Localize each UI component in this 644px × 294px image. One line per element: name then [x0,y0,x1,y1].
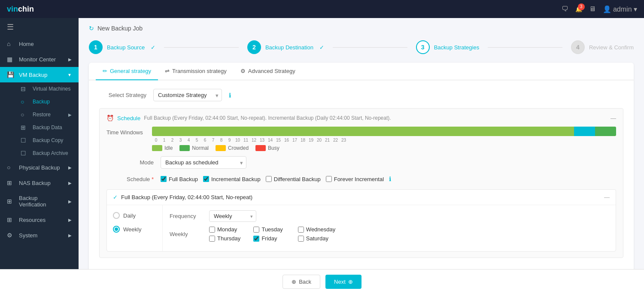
frequency-select-wrapper[interactable]: Weekly Monthly [209,210,256,222]
system-icon: ⚙ [7,232,15,239]
sidebar-item-resources[interactable]: ⊞ Resources ▶ [0,212,79,227]
legend-busy: Busy [255,145,279,151]
sidebar-item-backup-verification[interactable]: ⊞ Backup Verification ▶ [0,191,79,212]
step-2[interactable]: 2 Backup Destination ✓ [247,40,324,54]
tw-normal-segment [574,127,595,136]
messages-icon[interactable]: 🗨 [562,5,568,13]
schedule-checkbox-group: Full Backup Incremental Backup Different… [161,176,391,182]
strategy-select[interactable]: Customize Strategy Default Strategy [153,89,222,101]
frequency-select[interactable]: Weekly Monthly [209,210,256,222]
freq-weekly-radio[interactable] [113,226,120,233]
sidebar-item-backup-archive[interactable]: ☐ Backup Archive [14,147,79,160]
weekday-wednesday-input[interactable] [298,227,304,233]
select-strategy-label: Select Strategy [99,92,146,98]
weekday-wednesday[interactable]: Wednesday [298,226,335,233]
weekday-saturday[interactable]: Saturday [298,235,335,242]
weekday-thursday-input[interactable] [209,236,215,242]
tw-idle-segment [152,127,574,136]
frequency-options: Daily Weekly [107,205,163,251]
step-3[interactable]: 3 Backup Strategies [416,40,480,54]
checkbox-forever-incremental-input[interactable] [326,176,332,182]
tw-num-1: 1 [160,138,168,142]
checkbox-full-backup-input[interactable] [161,176,167,182]
next-label: Next [334,279,346,285]
time-windows-row: Time Windows 0 1 2 [106,127,616,151]
vm-backup-submenu: ⊟ Virtual Machines ○ Backup ○ Restore ▶ … [0,82,79,160]
general-strategy-content: Select Strategy Customize Strategy Defau… [89,80,634,269]
sidebar-item-system[interactable]: ⚙ System ▶ [0,227,79,243]
tab-general[interactable]: ✏ General strategy [96,63,158,80]
checkbox-differential-backup-input[interactable] [266,176,272,182]
schedule-checkboxes-row: Schedule Full Backup Incremental Backup [106,176,616,182]
schedule-collapse-icon[interactable]: — [611,115,616,121]
sidebar-item-backup-copy[interactable]: ☐ Backup Copy [14,134,79,147]
freq-weekly[interactable]: Weekly [107,222,162,236]
checkbox-incremental-backup-label: Incremental Backup [211,176,261,182]
hamburger-button[interactable]: ☰ [0,18,79,36]
tw-num-7: 7 [209,138,217,142]
backup-verification-chevron: ▶ [68,199,72,204]
virtual-machines-icon: ⊟ [21,85,28,92]
sidebar: ☰ ⌂ Home ▦ Monitor Center ▶ 💾 VM Backup … [0,18,79,269]
weekday-tuesday[interactable]: Tuesday [253,226,291,233]
freq-daily[interactable]: Daily [107,209,162,222]
next-button[interactable]: Next ⊕ [325,275,361,289]
weekday-friday[interactable]: Friday [253,235,291,242]
sidebar-item-backup[interactable]: ○ Backup [14,95,79,108]
back-label: Back [299,279,311,285]
sidebar-item-backup-data[interactable]: ⊞ Backup Data [14,121,79,134]
sidebar-item-vm-backup[interactable]: 💾 VM Backup ▼ [0,67,79,82]
tab-transmission[interactable]: ⇌ Transmission strategy [158,63,234,80]
transmission-tab-icon: ⇌ [165,68,170,74]
step-1-circle: 1 [89,40,103,54]
sidebar-item-restore[interactable]: ○ Restore ▶ [14,108,79,121]
step-4: 4 Review & Confirm [571,40,634,54]
admin-menu[interactable]: 👤 admin ▾ [603,5,637,13]
weekday-tuesday-input[interactable] [253,227,259,233]
weekday-friday-input[interactable] [253,236,259,242]
step-divider-1 [164,47,239,48]
weekday-thursday-label: Thursday [217,235,240,242]
advanced-tab-icon: ⚙ [240,68,246,74]
sidebar-label-backup-verification: Backup Verification [19,195,64,208]
sidebar-item-monitor[interactable]: ▦ Monitor Center ▶ [0,52,79,67]
tw-legend: Idle Normal Crowded [152,145,616,151]
step-2-check: ✓ [319,44,324,51]
step-3-label: Backup Strategies [434,44,480,51]
sidebar-item-virtual-machines[interactable]: ⊟ Virtual Machines [14,82,79,95]
sub-schedule-body: Daily Weekly Frequency [107,205,616,251]
sub-schedule-collapse-icon[interactable]: — [604,194,610,200]
sidebar-item-physical-backup[interactable]: ○ Physical Backup ▶ [0,160,79,175]
weekday-monday-input[interactable] [209,227,215,233]
checkbox-incremental-backup[interactable]: Incremental Backup [203,176,261,182]
sub-schedule-header: ✓ Full Backup (Every Friday, 02:44:00 St… [107,190,616,205]
freq-daily-radio[interactable] [113,212,120,219]
checkbox-full-backup[interactable]: Full Backup [161,176,198,182]
mode-select-wrapper[interactable]: Backup as scheduled Manual ▾ [161,156,246,169]
checkbox-differential-backup[interactable]: Differential Backup [266,176,321,182]
mode-select[interactable]: Backup as scheduled Manual [161,156,246,169]
main-content: ↻ New Backup Job 1 Backup Source ✓ 2 Bac… [79,18,644,269]
tw-num-10: 10 [234,138,242,142]
step-1[interactable]: 1 Backup Source ✓ [89,40,155,54]
sidebar-item-nas-backup[interactable]: ⊞ NAS Backup ▶ [0,175,79,191]
notification-bell[interactable]: 🔔 3 [575,6,582,12]
legend-idle-color [152,145,162,151]
checkbox-forever-incremental[interactable]: Forever Incremental [326,176,384,182]
checkbox-full-backup-label: Full Backup [169,176,198,182]
tab-advanced[interactable]: ⚙ Advanced Strategy [234,63,302,80]
weekday-thursday[interactable]: Thursday [209,235,246,242]
back-button[interactable]: ⊕ Back [283,275,320,289]
checkbox-forever-incremental-label: Forever Incremental [334,176,384,182]
general-tab-label: General strategy [110,68,151,74]
forever-info-icon[interactable]: ℹ [389,176,391,182]
strategy-info-icon[interactable]: ℹ [229,92,231,99]
strategy-select-wrapper[interactable]: Customize Strategy Default Strategy ▾ [153,89,222,101]
weekday-saturday-input[interactable] [298,236,304,242]
select-strategy-row: Select Strategy Customize Strategy Defau… [99,89,623,101]
sidebar-label-backup-data: Backup Data [33,124,62,130]
weekday-monday[interactable]: Monday [209,226,246,233]
sidebar-item-home[interactable]: ⌂ Home [0,36,79,52]
monitor-icon[interactable]: 🖥 [589,5,596,13]
checkbox-incremental-backup-input[interactable] [203,176,209,182]
